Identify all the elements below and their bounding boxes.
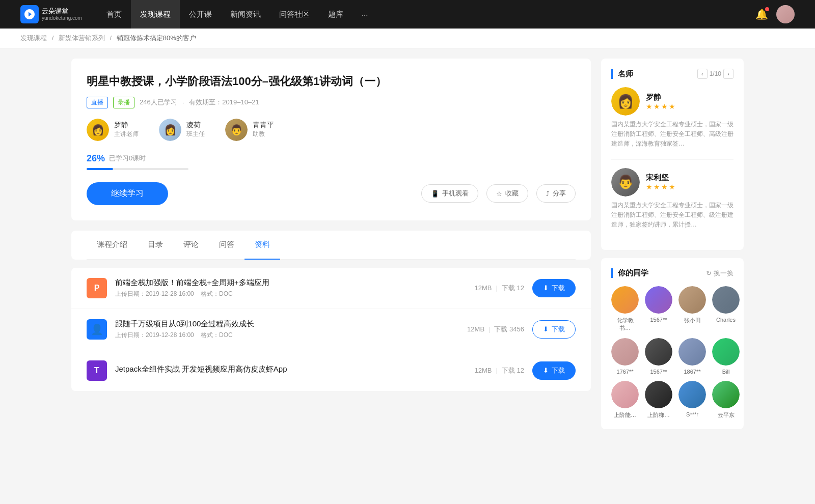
classmate-9: 上阶能… (611, 381, 639, 419)
file-item-2: 👤 跟随千万级项目从0到100全过程高效成长 上传日期：2019-12-28 1… (71, 309, 591, 350)
nav-item-discover[interactable]: 发现课程 (131, 0, 180, 29)
nav-item-open[interactable]: 公开课 (180, 0, 221, 29)
tab-materials[interactable]: 资料 (244, 231, 280, 260)
teacher-2-avatar: 👨 (611, 168, 640, 197)
bell-icon[interactable]: 🔔 (755, 8, 768, 20)
tab-qa[interactable]: 问答 (209, 231, 244, 260)
nav-item-quiz[interactable]: 题库 (319, 0, 352, 29)
breadcrumb: 发现课程 / 新媒体营销系列 / 销冠修炼术搞定80%的客户 (0, 29, 815, 48)
progress-label: 已学习0课时 (109, 154, 146, 163)
sidebar: 名师 ‹ 1/10 › 👩 罗静 ★★★★ (601, 59, 744, 437)
avatar[interactable] (776, 5, 795, 23)
course-actions: 继续学习 📱 手机观看 ☆ 收藏 ⤴ 分享 (87, 182, 576, 205)
course-meta: 直播 录播 246人已学习 · 有效期至：2019–10–21 (87, 97, 576, 108)
teachers-pagination: ‹ 1/10 › (697, 69, 734, 79)
breadcrumb-link-discover[interactable]: 发现课程 (20, 34, 47, 42)
classmate-4: Charles (712, 286, 740, 332)
classmate-4-name: Charles (716, 317, 736, 323)
classmate-7-name: 1867** (684, 369, 700, 375)
star-icon: ☆ (496, 190, 502, 198)
classmate-6-name: 1567** (650, 369, 667, 375)
classmate-8: Bill (712, 338, 740, 375)
nav-right: 🔔 (755, 5, 795, 23)
teacher-1: 👩 罗静 ★★★★ 国内某重点大学安全工程专业硕士，国家一级注册消防工程师、注册… (611, 87, 734, 149)
validity: 有效期至：2019–10–21 (189, 98, 259, 107)
classmate-5-name: 1767** (616, 369, 633, 375)
file-stats-3: 12MB | 下载 12 (475, 366, 524, 375)
instructor-1-role: 主讲老师 (114, 130, 139, 138)
file-item-3: T Jetpack全组件实战 开发短视频应用高仿皮皮虾App 12MB | 下载… (71, 350, 591, 391)
nav-item-home[interactable]: 首页 (97, 0, 131, 29)
logo-icon (20, 5, 39, 23)
next-teacher-btn[interactable]: › (723, 69, 734, 79)
teacher-2-stars: ★★★★ (646, 183, 676, 191)
prev-teacher-btn[interactable]: ‹ (697, 69, 708, 79)
instructor-2-avatar: 👩 (159, 119, 181, 141)
instructor-3: 👨 青青平 助教 (225, 119, 274, 141)
classmate-6: 1567** (645, 338, 672, 375)
download-icon-1: ⬇ (543, 284, 549, 292)
nav-items: 首页 发现课程 公开课 新闻资讯 问答社区 题库 ··· (97, 0, 755, 29)
file-sub-1: 上传日期：2019-12-28 16:00 格式：DOC (115, 290, 467, 298)
navigation: 云朵课堂 yundoketang.com 首页 发现课程 公开课 新闻资讯 问答… (0, 0, 815, 29)
nav-item-news[interactable]: 新闻资讯 (221, 0, 270, 29)
classmate-9-name: 上阶能… (614, 411, 636, 419)
collect-button[interactable]: ☆ 收藏 (486, 184, 528, 203)
classmate-8-name: Bill (722, 369, 730, 375)
share-button[interactable]: ⤴ 分享 (536, 184, 576, 203)
mobile-icon: 📱 (431, 190, 439, 198)
instructor-2: 👩 凌荷 班主任 (159, 119, 205, 141)
file-stats-2: 12MB | 下载 3456 (467, 325, 524, 334)
teachers-title: 名师 (611, 69, 633, 79)
classmates-title: 你的同学 (611, 268, 648, 278)
teacher-1-name: 罗静 (646, 93, 676, 102)
instructor-2-name: 凌荷 (186, 121, 205, 130)
instructor-1-avatar: 👩 (87, 119, 109, 141)
download-button-1[interactable]: ⬇ 下载 (532, 279, 576, 297)
file-item-1: P 前端全栈加强版！前端全栈+全周期+多端应用 上传日期：2019-12-28 … (71, 268, 591, 309)
tab-intro[interactable]: 课程介绍 (87, 231, 138, 260)
content-area: 明星中教授课，小学阶段语法100分–强化级第1讲动词（一） 直播 录播 246人… (71, 59, 591, 437)
classmate-12: 云平东 (712, 381, 740, 419)
classmate-1-name: 化学教书… (611, 317, 639, 332)
download-icon-2: ⬇ (543, 325, 549, 333)
tab-toc[interactable]: 目录 (138, 231, 173, 260)
classmate-3-name: 张小田 (684, 317, 701, 324)
progress-percent: 26% (87, 153, 105, 164)
breadcrumb-current: 销冠修炼术搞定80%的客户 (117, 34, 196, 42)
file-stats-1: 12MB | 下载 12 (475, 284, 524, 293)
avatar-image (776, 5, 795, 23)
teacher-2: 👨 宋利坚 ★★★★ 国内某重点大学安全工程专业硕士，国家一级注册消防工程师、注… (611, 168, 734, 230)
refresh-button[interactable]: ↻ 换一换 (706, 269, 734, 278)
download-button-2[interactable]: ⬇ 下载 (532, 320, 576, 339)
instructor-2-role: 班主任 (186, 130, 205, 138)
classmates-panel: 你的同学 ↻ 换一换 化学教书… 1567** 张小田 (601, 258, 744, 429)
logo-name: 云朵课堂 (42, 7, 82, 15)
logo-sub: yundoketang.com (42, 15, 82, 21)
nav-item-more[interactable]: ··· (352, 0, 377, 29)
file-icon-2: 👤 (87, 319, 107, 340)
teacher-1-avatar: 👩 (611, 87, 640, 116)
instructor-1-name: 罗静 (114, 121, 139, 130)
instructor-1: 👩 罗静 主讲老师 (87, 119, 139, 141)
notification-dot (765, 7, 769, 11)
teacher-1-stars: ★★★★ (646, 102, 676, 110)
classmate-5: 1767** (611, 338, 639, 375)
breadcrumb-link-series[interactable]: 新媒体营销系列 (59, 34, 105, 42)
nav-item-qa[interactable]: 问答社区 (270, 0, 319, 29)
logo[interactable]: 云朵课堂 yundoketang.com (20, 5, 82, 23)
main-container: 明星中教授课，小学阶段语法100分–强化级第1讲动词（一） 直播 录播 246人… (51, 48, 764, 447)
teacher-2-desc: 国内某重点大学安全工程专业硕士，国家一级注册消防工程师、注册安全工程师、级注册建… (611, 201, 734, 230)
classmate-7: 1867** (678, 338, 706, 375)
classmate-2: 1567** (645, 286, 672, 332)
progress-bar-fill (87, 168, 113, 170)
tag-live: 直播 (87, 97, 108, 108)
tab-comments[interactable]: 评论 (173, 231, 209, 260)
download-button-3[interactable]: ⬇ 下载 (532, 361, 576, 380)
continue-learning-button[interactable]: 继续学习 (87, 182, 168, 205)
classmates-grid: 化学教书… 1567** 张小田 Charles 1767** (611, 286, 734, 419)
file-name-3: Jetpack全组件实战 开发短视频应用高仿皮皮虾App (115, 365, 467, 374)
course-card: 明星中教授课，小学阶段语法100分–强化级第1讲动词（一） 直播 录播 246人… (71, 59, 591, 220)
instructors: 👩 罗静 主讲老师 👩 凌荷 班主任 (87, 119, 576, 141)
mobile-watch-button[interactable]: 📱 手机观看 (421, 184, 478, 203)
